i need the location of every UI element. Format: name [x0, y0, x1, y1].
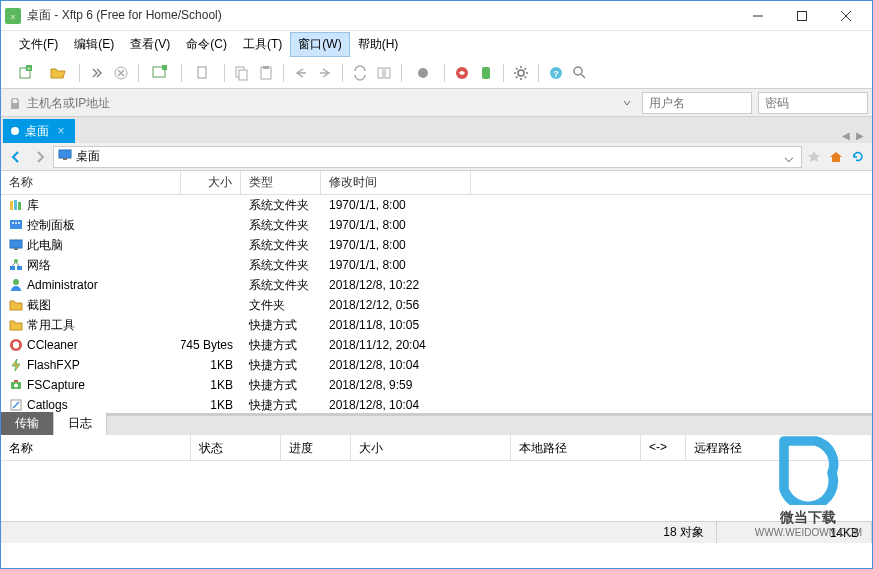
path-input[interactable]	[76, 150, 777, 164]
svg-text:?: ?	[553, 69, 559, 79]
file-row[interactable]: 库系统文件夹1970/1/1, 8:00	[1, 195, 872, 215]
close-button[interactable]	[824, 1, 868, 31]
svg-point-38	[18, 222, 20, 224]
separator	[79, 64, 80, 82]
tcol-name[interactable]: 名称	[1, 435, 191, 460]
menu-window[interactable]: 窗口(W)	[290, 32, 349, 57]
ccleaner-icon	[9, 338, 23, 352]
password-input[interactable]	[758, 92, 868, 114]
svg-rect-16	[263, 66, 269, 69]
new-terminal-button[interactable]	[145, 62, 175, 84]
folder-icon	[9, 318, 23, 332]
menu-tool[interactable]: 工具(T)	[235, 32, 290, 57]
nav-back-button[interactable]	[5, 146, 27, 168]
col-name[interactable]: 名称	[1, 171, 181, 194]
file-row[interactable]: Catlogs1KB快捷方式2018/12/8, 10:04	[1, 395, 872, 413]
session-tab-close[interactable]: ×	[55, 125, 67, 137]
col-type[interactable]: 类型	[241, 171, 321, 194]
file-row[interactable]: 截图文件夹2018/12/12, 0:56	[1, 295, 872, 315]
shortcut-icon	[9, 398, 23, 412]
file-row[interactable]: 网络系统文件夹1970/1/1, 8:00	[1, 255, 872, 275]
tcol-size[interactable]: 大小	[351, 435, 511, 460]
file-row[interactable]: Administrator系统文件夹2018/12/8, 10:22	[1, 275, 872, 295]
menu-edit[interactable]: 编辑(E)	[66, 32, 122, 57]
refresh-button[interactable]	[848, 147, 868, 167]
copy-button[interactable]	[231, 62, 253, 84]
file-row[interactable]: 控制面板系统文件夹1970/1/1, 8:00	[1, 215, 872, 235]
green-marker-icon[interactable]	[475, 62, 497, 84]
file-date: 2018/12/8, 9:59	[321, 378, 471, 392]
search-button[interactable]	[569, 62, 591, 84]
tab-transfer[interactable]: 传输	[1, 412, 54, 435]
file-size: 1KB	[181, 378, 241, 392]
svg-point-21	[418, 68, 428, 78]
file-size: 745 Bytes	[181, 338, 241, 352]
compare-button[interactable]	[373, 62, 395, 84]
tcol-arrow[interactable]: <->	[641, 435, 686, 460]
file-date: 1970/1/1, 8:00	[321, 198, 471, 212]
transfer-right-button[interactable]	[314, 62, 336, 84]
svg-rect-3	[798, 11, 807, 20]
file-name: 网络	[27, 257, 51, 274]
host-dropdown-button[interactable]	[618, 92, 636, 114]
window-title: 桌面 - Xftp 6 (Free for Home/School)	[27, 7, 736, 24]
tabs-prev-button[interactable]: ◀	[840, 128, 852, 143]
flashfxp-icon	[9, 358, 23, 372]
tcol-status[interactable]: 状态	[191, 435, 281, 460]
file-name: CCleaner	[27, 338, 78, 352]
paste-button[interactable]	[255, 62, 277, 84]
session-tab-label: 桌面	[25, 123, 49, 140]
new-session-button[interactable]: +	[11, 62, 41, 84]
help-button[interactable]: ?	[545, 62, 567, 84]
col-size[interactable]: 大小	[181, 171, 241, 194]
minimize-button[interactable]	[736, 1, 780, 31]
tab-log[interactable]: 日志	[54, 412, 107, 435]
tcol-local[interactable]: 本地路径	[511, 435, 641, 460]
computer-icon	[9, 238, 23, 252]
settings-button[interactable]	[510, 62, 532, 84]
file-row[interactable]: FlashFXP1KB快捷方式2018/12/8, 10:04	[1, 355, 872, 375]
file-row[interactable]: 常用工具快捷方式2018/11/8, 10:05	[1, 315, 872, 335]
svg-rect-32	[10, 201, 13, 210]
menu-command[interactable]: 命令(C)	[178, 32, 235, 57]
file-row[interactable]: FSCapture1KB快捷方式2018/12/8, 9:59	[1, 375, 872, 395]
menu-file[interactable]: 文件(F)	[11, 32, 66, 57]
swirl-icon[interactable]	[451, 62, 473, 84]
home-button[interactable]	[826, 147, 846, 167]
session-tab-desktop[interactable]: 桌面 ×	[3, 119, 75, 143]
username-input[interactable]	[642, 92, 752, 114]
col-date[interactable]: 修改时间	[321, 171, 471, 194]
file-name: FSCapture	[27, 378, 85, 392]
sync-button[interactable]	[349, 62, 371, 84]
file-date: 2018/12/8, 10:22	[321, 278, 471, 292]
tabs-next-button[interactable]: ▶	[854, 128, 866, 143]
file-list: 名称 大小 类型 修改时间 库系统文件夹1970/1/1, 8:00控制面板系统…	[1, 171, 872, 413]
file-type: 快捷方式	[241, 397, 321, 414]
file-type: 系统文件夹	[241, 197, 321, 214]
file-row[interactable]: CCleaner745 Bytes快捷方式2018/11/12, 20:04	[1, 335, 872, 355]
open-session-button[interactable]	[43, 62, 73, 84]
new-file-button[interactable]	[188, 62, 218, 84]
separator	[503, 64, 504, 82]
svg-line-28	[581, 74, 585, 78]
maximize-button[interactable]	[780, 1, 824, 31]
disconnect-button[interactable]	[110, 62, 132, 84]
nav-forward-button[interactable]	[29, 146, 51, 168]
stop-button[interactable]	[408, 62, 438, 84]
svg-rect-50	[14, 380, 18, 382]
menu-help[interactable]: 帮助(H)	[350, 32, 407, 57]
transfer-left-button[interactable]	[290, 62, 312, 84]
svg-point-49	[14, 384, 18, 388]
tcol-progress[interactable]: 进度	[281, 435, 351, 460]
menu-view[interactable]: 查看(V)	[122, 32, 178, 57]
file-row[interactable]: 此电脑系统文件夹1970/1/1, 8:00	[1, 235, 872, 255]
tcol-remote[interactable]: 远程路径	[686, 435, 872, 460]
reconnect-button[interactable]	[86, 62, 108, 84]
host-input[interactable]	[5, 92, 618, 114]
folder-icon	[9, 298, 23, 312]
separator	[342, 64, 343, 82]
file-name: Administrator	[27, 278, 98, 292]
bookmark-button[interactable]	[804, 147, 824, 167]
session-tabs: 桌面 × ◀ ▶	[1, 117, 872, 143]
path-dropdown-button[interactable]: ⌵	[781, 147, 797, 166]
